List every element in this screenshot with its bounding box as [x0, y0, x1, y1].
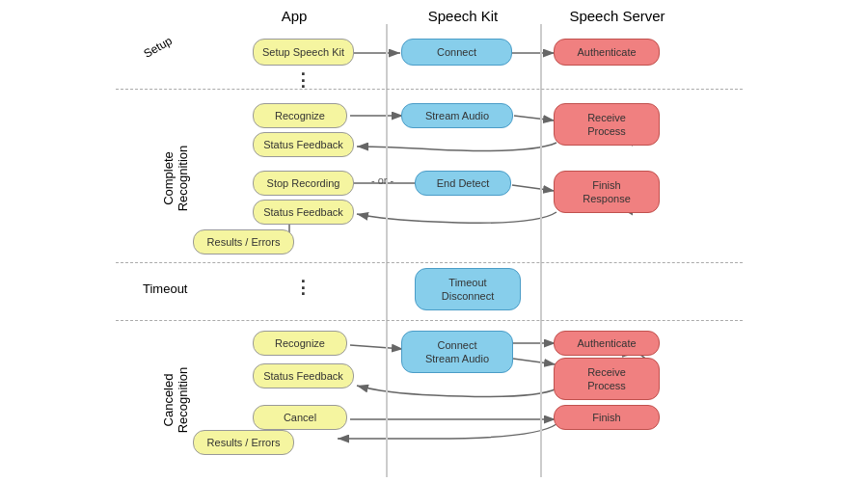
- diagram-container: App Speech Kit Speech Server Setup Setup…: [0, 0, 868, 482]
- section-label-setup: Setup: [142, 34, 175, 61]
- node-finish-response: FinishResponse: [554, 171, 660, 213]
- node-recognize-1: Recognize: [253, 103, 347, 128]
- svg-line-5: [514, 116, 555, 120]
- svg-line-6: [512, 185, 555, 191]
- node-receive-process-2: ReceiveProcess: [554, 358, 660, 400]
- node-finish: Finish: [554, 405, 660, 430]
- dots-timeout: ⋮: [294, 277, 312, 298]
- svg-line-7: [350, 345, 403, 349]
- section-label-timeout: Timeout: [143, 281, 187, 296]
- section-label-complete: CompleteRecognition: [161, 146, 190, 212]
- svg-line-9: [513, 359, 556, 364]
- divider-2: [116, 262, 743, 263]
- node-stop-recording: Stop Recording: [253, 171, 354, 196]
- divider-3: [116, 320, 743, 321]
- node-results-errors-2: Results / Errors: [193, 430, 294, 455]
- col-header-speechkit: Speech Kit: [400, 8, 526, 24]
- node-recognize-2: Recognize: [253, 331, 347, 356]
- or-text: - or -: [371, 174, 393, 186]
- dots-setup: ⋮: [294, 69, 312, 91]
- node-end-detect: End Detect: [415, 171, 511, 196]
- col-header-app: App: [246, 8, 342, 24]
- node-setup-speech-kit: Setup Speech Kit: [253, 39, 354, 66]
- node-authenticate-2: Authenticate: [554, 331, 660, 356]
- col-header-speechserver: Speech Server: [545, 8, 690, 24]
- node-stream-audio: Stream Audio: [401, 103, 513, 128]
- node-results-errors-1: Results / Errors: [193, 229, 294, 254]
- divider-1: [116, 89, 743, 90]
- node-connect: Connect: [401, 39, 512, 66]
- node-authenticate: Authenticate: [554, 39, 660, 66]
- node-status-feedback-1: Status Feedback: [253, 132, 354, 157]
- node-connect-stream-audio: ConnectStream Audio: [401, 331, 513, 373]
- node-receive-process: ReceiveProcess: [554, 103, 660, 146]
- node-status-feedback-3: Status Feedback: [253, 363, 354, 388]
- section-label-canceled: CanceledRecognition: [161, 367, 190, 434]
- arrows-svg: [0, 0, 868, 482]
- node-timeout-disconnect: TimeoutDisconnect: [415, 268, 521, 310]
- node-status-feedback-2: Status Feedback: [253, 200, 354, 225]
- node-cancel: Cancel: [253, 405, 347, 430]
